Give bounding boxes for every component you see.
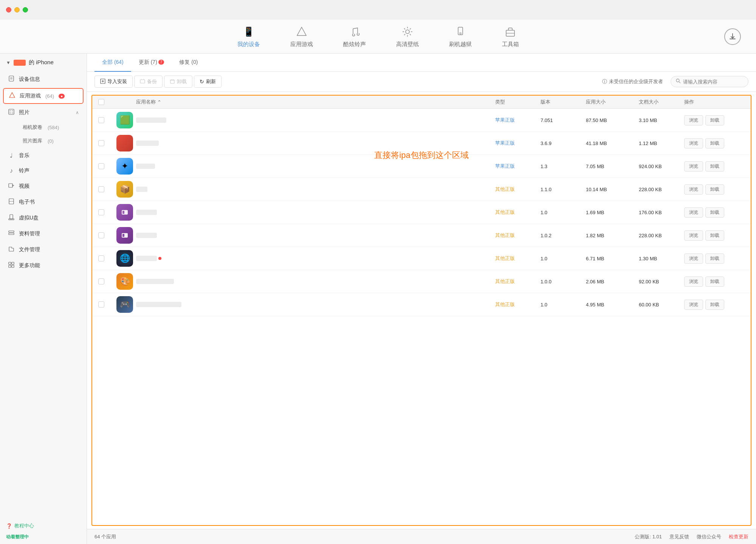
sidebar-item-camera-roll-count: (584): [48, 125, 59, 130]
sidebar-bottom-tutorial[interactable]: ❓ 教程中心: [0, 518, 87, 534]
nav-wallpaper-label: 高清壁纸: [396, 41, 419, 48]
maximize-button[interactable]: [23, 7, 28, 12]
browse-button[interactable]: 浏览: [684, 207, 703, 218]
tab-update[interactable]: 更新 (7) 7: [131, 54, 172, 72]
row-checkbox[interactable]: [98, 209, 113, 215]
app-icon-cell: 🌐: [113, 250, 136, 267]
table-header: 应用名称 ⌃ 类型 版本 应用大小 文档大小 操作: [92, 96, 751, 109]
row-checkbox[interactable]: [98, 163, 113, 169]
sidebar-item-data-manager[interactable]: 资料管理: [0, 226, 87, 242]
app-size: 4.95 MB: [586, 302, 639, 308]
uninstall-app-button[interactable]: 卸载: [705, 277, 724, 287]
download-button[interactable]: [724, 28, 741, 45]
wechat-link[interactable]: 微信公众号: [697, 533, 721, 540]
browse-button[interactable]: 浏览: [684, 230, 703, 241]
sidebar-item-virtual-udisk[interactable]: 虚拟U盘: [0, 210, 87, 226]
sidebar-item-camera-roll[interactable]: 相机胶卷 (584): [15, 121, 87, 134]
tutorial-icon: ❓: [6, 523, 12, 529]
app-icon-cell: [113, 135, 136, 151]
row-checkbox[interactable]: [98, 140, 113, 146]
nav-ringtone[interactable]: 酷炫铃声: [343, 25, 366, 48]
table-row: 苹果正版 3.6.9 41.18 MB 1.12 MB 浏览 卸载: [92, 132, 751, 155]
browse-button[interactable]: 浏览: [684, 277, 703, 287]
drop-zone[interactable]: 应用名称 ⌃ 类型 版本 应用大小 文档大小 操作 🟩: [91, 95, 751, 526]
row-checkbox[interactable]: [98, 232, 113, 238]
tab-repair[interactable]: 修复 (0): [172, 54, 205, 72]
row-checkbox[interactable]: [98, 186, 113, 192]
uninstall-app-button[interactable]: 卸载: [705, 115, 724, 125]
nav-app-game[interactable]: 应用游戏: [290, 25, 313, 48]
app-game-sidebar-icon: [8, 92, 16, 100]
sidebar-item-more-features[interactable]: 更多功能: [0, 258, 87, 274]
sidebar-item-app-game[interactable]: 应用游戏 (64) ●: [3, 88, 84, 104]
app-icon: 🌐: [116, 250, 133, 267]
table-row: 🟩 苹果正版 7.051 87.50 MB 3.10 MB 浏览 卸载: [92, 109, 751, 132]
minimize-button[interactable]: [14, 7, 20, 12]
row-checkbox[interactable]: [98, 117, 113, 123]
sidebar-item-ebook[interactable]: 电子书: [0, 194, 87, 210]
close-button[interactable]: [6, 7, 11, 12]
uninstall-app-button[interactable]: 卸载: [705, 138, 724, 148]
refresh-button[interactable]: ↻ 刷新: [194, 76, 222, 88]
sort-icon[interactable]: ⌃: [157, 99, 161, 105]
uninstall-app-button[interactable]: 卸载: [705, 184, 724, 195]
sidebar-item-ringtone[interactable]: ♪ 铃声: [0, 163, 87, 178]
sidebar-item-music[interactable]: ♩ 音乐: [0, 148, 87, 163]
sidebar-item-file-manager[interactable]: 文件管理: [0, 242, 87, 258]
svg-rect-32: [12, 262, 14, 264]
action-btns: 浏览 卸载: [684, 161, 745, 172]
uninstall-app-button[interactable]: 卸载: [705, 161, 724, 172]
phone-icon: 📱: [242, 25, 256, 39]
import-install-label: 导入安装: [107, 78, 127, 85]
svg-rect-29: [9, 231, 14, 232]
sidebar-item-photos[interactable]: 照片 ∧: [0, 105, 87, 121]
app-version: 1.0: [541, 302, 586, 308]
enterprise-warning[interactable]: ⓘ 未受信任的企业级开发者: [602, 78, 663, 85]
content-area: 全部 (64) 更新 (7) 7 修复 (0) 导入安装 备: [87, 54, 756, 544]
svg-rect-50: [122, 234, 124, 237]
browse-button[interactable]: 浏览: [684, 161, 703, 172]
nav-toolbox[interactable]: 工具箱: [502, 25, 519, 48]
app-type: 苹果正版: [495, 117, 541, 124]
svg-marker-0: [297, 27, 306, 36]
app-name-blurred: [136, 141, 159, 146]
nav-wallpaper[interactable]: 高清壁纸: [396, 25, 419, 48]
uninstall-app-button[interactable]: 卸载: [705, 300, 724, 310]
feedback-link[interactable]: 意见反馈: [669, 533, 689, 540]
search-input[interactable]: [683, 79, 744, 85]
row-checkbox[interactable]: [98, 301, 113, 308]
uninstall-app-button[interactable]: 卸载: [705, 253, 724, 264]
uninstall-button[interactable]: 卸载: [164, 76, 192, 88]
uninstall-label: 卸载: [177, 78, 187, 85]
browse-button[interactable]: 浏览: [684, 115, 703, 125]
backup-button[interactable]: 备份: [134, 76, 163, 88]
app-name-cell: [136, 141, 495, 146]
uninstall-app-button[interactable]: 卸载: [705, 207, 724, 218]
row-checkbox[interactable]: [98, 278, 113, 284]
sidebar-item-music-label: 音乐: [19, 152, 29, 159]
sidebar-item-video[interactable]: 视频: [0, 178, 87, 194]
action-btns: 浏览 卸载: [684, 207, 745, 218]
select-all-checkbox[interactable]: [98, 99, 104, 105]
uninstall-app-button[interactable]: 卸载: [705, 230, 724, 241]
browse-button[interactable]: 浏览: [684, 300, 703, 310]
nav-jailbreak[interactable]: 刷机越狱: [449, 25, 472, 48]
sidebar-item-photo-library[interactable]: 照片图库 (0): [15, 134, 87, 148]
app-icon-cell: 🟩: [113, 112, 136, 128]
version-label: 公测版: 1.01: [635, 533, 662, 540]
browse-button[interactable]: 浏览: [684, 138, 703, 148]
nav-my-device[interactable]: 📱 我的设备: [237, 25, 260, 48]
table-row: 其他正版 1.0 1.69 MB 176.00 KB 浏览 卸载: [92, 201, 751, 224]
search-box[interactable]: [671, 76, 748, 87]
browse-button[interactable]: 浏览: [684, 184, 703, 195]
import-install-button[interactable]: 导入安装: [94, 76, 133, 88]
check-update-link[interactable]: 检查更新: [729, 533, 748, 540]
tab-all[interactable]: 全部 (64): [94, 54, 131, 72]
app-type: 其他正版: [495, 209, 541, 216]
row-checkbox[interactable]: [98, 255, 113, 261]
sidebar-item-device-info[interactable]: 设备信息: [0, 71, 87, 87]
table-row: 📦 其他正版 1.1.0 10.14 MB 228.00 KB 浏览 卸载: [92, 178, 751, 201]
action-btns: 浏览 卸载: [684, 184, 745, 195]
device-header[interactable]: ▼ 的 iPhone: [0, 54, 87, 71]
browse-button[interactable]: 浏览: [684, 253, 703, 264]
